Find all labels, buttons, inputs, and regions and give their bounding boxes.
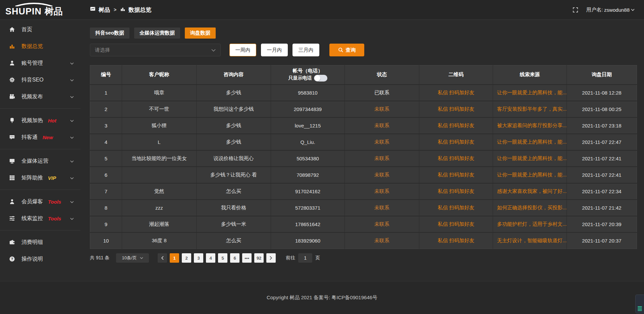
- cell-source-link[interactable]: 无主灯设计，智能磁吸轨道灯...: [497, 238, 567, 243]
- cell-qrcode-link[interactable]: 私信 扫码加好友: [438, 122, 474, 128]
- cell-nickname: 哦章: [122, 85, 197, 101]
- user-menu[interactable]: 用户名: zswodun88: [586, 7, 635, 13]
- page-button-4[interactable]: 4: [206, 253, 215, 263]
- cell-source-link[interactable]: 客厅安装投影半年多了，真实...: [497, 106, 567, 112]
- jump-input[interactable]: [298, 253, 312, 263]
- sidebar-item-home[interactable]: 首页: [0, 21, 80, 38]
- cell-nickname: [122, 167, 197, 183]
- page-button-1[interactable]: 1: [170, 253, 179, 263]
- page-button-5[interactable]: 5: [218, 253, 227, 263]
- cell-source-link[interactable]: 让你一眼就爱上的黑科技，能...: [497, 172, 567, 177]
- topbar: SHUPIN 树品 树品 > 数据总览 用户名: zswodun88: [0, 0, 644, 20]
- cell-qrcode-link[interactable]: 私信 扫码加好友: [438, 155, 474, 161]
- cell-account: 50534380: [271, 150, 345, 167]
- username-value: zswodun88: [604, 7, 630, 13]
- cell-date: 2021-11-07 21:42: [567, 200, 637, 216]
- cell-date: 2021-11-07 22:41: [567, 150, 637, 167]
- cell-account: love__1215: [271, 117, 345, 134]
- cell-qrcode-link[interactable]: 私信 扫码加好友: [438, 188, 474, 194]
- filter-select[interactable]: 请选择: [90, 44, 221, 56]
- sidebar-item-label: 抖音SEO: [21, 76, 44, 84]
- wallet-icon: [9, 239, 15, 245]
- sidebar-item-video-publish[interactable]: 视频发布: [0, 88, 80, 105]
- cell-qrcode: 私信 扫码加好友: [419, 134, 493, 150]
- cell-content: 怎么买: [197, 232, 271, 249]
- chevron-down-icon: [70, 175, 74, 181]
- cell-content: 我只看价格: [197, 200, 271, 216]
- cell-source-link[interactable]: 被大家追着问的客厅投影分享...: [497, 122, 567, 128]
- page-size-select[interactable]: 10条/页: [116, 253, 149, 263]
- table-header-row: 编号 客户昵称 咨询内容 帐号（电话） 只显示电话: [90, 65, 637, 85]
- cell-source: 无主灯设计，智能磁吸轨道灯...: [493, 232, 567, 249]
- column-header-qrcode: 二维码: [419, 65, 493, 85]
- cell-qrcode-link[interactable]: 私信 扫码加好友: [438, 90, 474, 95]
- filter-select-placeholder: 请选择: [95, 47, 110, 53]
- chevron-down-icon: [70, 158, 74, 164]
- cell-no: 9: [90, 216, 122, 232]
- sidebar-item-label: 视频发布: [21, 93, 43, 100]
- cell-qrcode: 私信 扫码加好友: [419, 167, 493, 183]
- brand-logo[interactable]: SHUPIN 树品: [0, 2, 80, 17]
- data-tabs: 抖音seo数据全媒体运营数据询盘数据: [90, 28, 637, 39]
- cell-nickname: 潮起潮落: [122, 216, 197, 232]
- cell-source-link[interactable]: 让你一眼就爱上的黑科技，能...: [497, 90, 567, 95]
- column-header-nickname: 客户昵称: [122, 65, 197, 85]
- cell-qrcode-link[interactable]: 私信 扫码加好友: [438, 172, 474, 177]
- tab-douyin-seo-data[interactable]: 抖音seo数据: [90, 28, 129, 39]
- cell-qrcode-link[interactable]: 私信 扫码加好友: [438, 139, 474, 145]
- cell-qrcode-link[interactable]: 私信 扫码加好友: [438, 205, 474, 210]
- cell-source-link[interactable]: 感谢大家喜欢我家，被问了好...: [497, 188, 567, 194]
- sidebar-item-matrix-boost[interactable]: 矩阵助推VIP: [0, 169, 80, 186]
- cell-source: 让你一眼就爱上的黑科技，能...: [493, 85, 567, 101]
- sidebar-item-member-burst[interactable]: 会员爆客Tools: [0, 193, 80, 210]
- chevron-down-icon: [70, 199, 74, 205]
- next-page-button[interactable]: [266, 253, 276, 263]
- cell-source: 感谢大家喜欢我家，被问了好...: [493, 183, 567, 200]
- floating-widget[interactable]: [635, 295, 644, 313]
- table-row: 2不可一世我想问这个多少钱2097344839未联系私信 扫码加好友客厅安装投影…: [90, 101, 637, 117]
- footer: Copyright 树品 2021 备案号: 粤ICP备09019646号: [0, 281, 644, 314]
- page-button-2[interactable]: 2: [182, 253, 191, 263]
- period-button-2[interactable]: 一月内: [261, 44, 288, 56]
- cell-source-link[interactable]: 如何正确选择投影仪，买投影...: [497, 205, 567, 210]
- grid-icon: [9, 175, 15, 181]
- chevron-right-icon: [270, 256, 272, 260]
- tab-inquiry-data[interactable]: 询盘数据: [185, 28, 216, 39]
- sidebar-item-consume-detail[interactable]: 消费明细: [0, 234, 80, 251]
- phone-only-toggle[interactable]: [314, 75, 327, 82]
- sidebar-badge: Tools: [48, 216, 61, 221]
- cell-account: Q_Liu.: [271, 134, 345, 150]
- sidebar-item-douyin-seo[interactable]: 抖音SEO: [0, 71, 80, 88]
- page-button-92[interactable]: 92: [254, 253, 264, 263]
- period-button-1[interactable]: 一周内: [229, 44, 256, 56]
- cell-no: 1: [90, 85, 122, 101]
- page-ellipsis-button[interactable]: •••: [242, 253, 252, 263]
- sidebar-item-lead-monitor[interactable]: 线索监控Tools: [0, 210, 80, 227]
- breadcrumb-home[interactable]: 树品: [99, 6, 110, 14]
- fullscreen-icon[interactable]: [573, 7, 578, 13]
- sidebar-item-douketong[interactable]: 抖客通New: [0, 129, 80, 146]
- cell-qrcode-link[interactable]: 私信 扫码加好友: [438, 106, 474, 112]
- cell-source-link[interactable]: 让你一眼就爱上的黑科技，能...: [497, 155, 567, 161]
- cell-qrcode-link[interactable]: 私信 扫码加好友: [438, 238, 474, 243]
- sidebar-item-operation-guide[interactable]: ?操作说明: [0, 251, 80, 267]
- sidebar-item-omni-media[interactable]: 全媒体运营: [0, 153, 80, 169]
- query-button[interactable]: 查询: [329, 44, 364, 56]
- page-button-6[interactable]: 6: [230, 253, 239, 263]
- cell-nickname: 狐小狸: [122, 117, 197, 134]
- video-camera-icon: [9, 94, 15, 100]
- sidebar-item-label: 数据总览: [21, 43, 43, 50]
- prev-page-button[interactable]: [158, 253, 167, 263]
- cell-source-link[interactable]: 多功能护栏灯，适用于乡村文...: [497, 221, 567, 227]
- cell-content: 多少钱: [197, 117, 271, 134]
- page-button-3[interactable]: 3: [194, 253, 203, 263]
- tab-omni-media-data[interactable]: 全媒体运营数据: [134, 28, 180, 39]
- cell-qrcode-link[interactable]: 私信 扫码加好友: [438, 221, 474, 227]
- sidebar-item-data-overview[interactable]: 数据总览: [0, 38, 80, 55]
- period-button-3[interactable]: 三月内: [292, 44, 319, 56]
- sidebar-divider: [0, 190, 80, 190]
- sidebar-item-account-management[interactable]: 账号管理: [0, 55, 80, 71]
- cell-source-link[interactable]: 让你一眼就爱上的黑科技，能...: [497, 139, 567, 145]
- sidebar-item-video-heat[interactable]: 视频加热Hot: [0, 112, 80, 129]
- cell-status: 未联系: [345, 167, 419, 183]
